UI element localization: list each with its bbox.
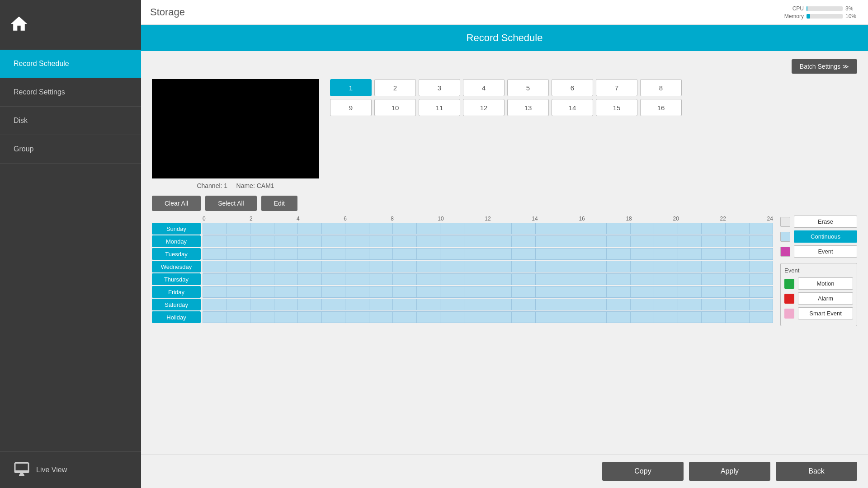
channel-btn-8[interactable]: 8 [640, 79, 682, 96]
main-content: Storage CPU 3% Memory 10% Record Schedul… [141, 0, 868, 488]
alarm-color [784, 294, 794, 304]
memory-bar-bg [807, 14, 843, 19]
memory-percent: 10% [845, 13, 859, 19]
bottom-bar: Copy Apply Back [141, 454, 868, 488]
row-thursday: Thursday [152, 273, 773, 285]
schedule-section: Clear All Select All Edit 0 2 4 6 8 10 1… [152, 196, 857, 326]
row-saturday: Saturday [152, 299, 773, 310]
motion-button[interactable]: Motion [798, 277, 853, 290]
channel-btn-3[interactable]: 3 [419, 79, 460, 96]
time-axis: 0 2 4 6 8 10 12 14 16 18 20 22 24 [203, 216, 773, 222]
page-title: Storage [150, 6, 185, 18]
schedule-area: 0 2 4 6 8 10 12 14 16 18 20 22 24 [152, 216, 857, 326]
motion-color [784, 279, 794, 289]
sidebar-item-record-schedule[interactable]: Record Schedule [0, 50, 141, 78]
channel-btn-2[interactable]: 2 [374, 79, 416, 96]
camera-info: Channel: 1 Name: CAM1 [197, 182, 274, 189]
page-header: Record Schedule [141, 25, 868, 51]
channel-btn-15[interactable]: 15 [596, 99, 637, 116]
grid-rows: Sunday Monday Tuesday [152, 223, 773, 323]
copy-button[interactable]: Copy [602, 462, 684, 481]
cpu-label: CPU [779, 5, 804, 12]
channel-row-2: 9 10 11 12 13 14 15 16 [330, 99, 857, 116]
sidebar-header [0, 0, 141, 50]
batch-settings-row: Batch Settings ≫ [152, 59, 857, 74]
monitor-icon [14, 461, 30, 479]
edit-button[interactable]: Edit [261, 196, 297, 211]
system-stats: CPU 3% Memory 10% [779, 5, 859, 19]
cpu-bar-fill [807, 6, 807, 11]
batch-settings-button[interactable]: Batch Settings ≫ [792, 59, 857, 74]
row-friday: Friday [152, 286, 773, 298]
clear-all-button[interactable]: Clear All [152, 196, 201, 211]
top-section: Channel: 1 Name: CAM1 1 2 3 4 5 6 7 8 [152, 79, 857, 189]
camera-preview: Channel: 1 Name: CAM1 [152, 79, 319, 189]
row-tuesday: Tuesday [152, 248, 773, 260]
channel-btn-1[interactable]: 1 [330, 79, 372, 96]
content-area: Batch Settings ≫ Channel: 1 Name: CAM1 1… [141, 51, 868, 454]
cpu-stat: CPU 3% [779, 5, 859, 12]
channel-btn-13[interactable]: 13 [507, 99, 549, 116]
channel-btn-10[interactable]: 10 [374, 99, 416, 116]
alarm-button[interactable]: Alarm [798, 292, 853, 305]
row-holiday: Holiday [152, 311, 773, 323]
apply-button[interactable]: Apply [689, 462, 770, 481]
event-color [780, 247, 790, 257]
channel-btn-5[interactable]: 5 [507, 79, 549, 96]
row-sunday: Sunday [152, 223, 773, 235]
memory-label: Memory [779, 13, 804, 19]
legend-smart-event: Smart Event [784, 307, 853, 319]
channel-row-1: 1 2 3 4 5 6 7 8 [330, 79, 857, 96]
erase-button[interactable]: Erase [794, 216, 857, 228]
continuous-color [780, 232, 790, 242]
event-box: Event Motion Alarm Smart Event [780, 263, 857, 326]
channel-btn-4[interactable]: 4 [463, 79, 505, 96]
legend-continuous: Continuous [780, 230, 857, 243]
sidebar-item-group[interactable]: Group [0, 135, 141, 164]
channel-btn-12[interactable]: 12 [463, 99, 505, 116]
sidebar-item-record-settings[interactable]: Record Settings [0, 78, 141, 107]
channel-btn-6[interactable]: 6 [552, 79, 593, 96]
event-button[interactable]: Event [794, 245, 857, 258]
channel-grid: 1 2 3 4 5 6 7 8 9 10 11 12 13 14 15 [330, 79, 857, 189]
select-all-button[interactable]: Select All [205, 196, 257, 211]
topbar: Storage CPU 3% Memory 10% [141, 0, 868, 25]
sidebar-footer[interactable]: Live View [0, 451, 141, 488]
channel-btn-7[interactable]: 7 [596, 79, 637, 96]
smart-event-button[interactable]: Smart Event [798, 307, 853, 319]
schedule-grid-container: 0 2 4 6 8 10 12 14 16 18 20 22 24 [152, 216, 773, 326]
sidebar: Record Schedule Record Settings Disk Gro… [0, 0, 141, 488]
live-view-label: Live View [36, 466, 67, 474]
memory-bar-fill [807, 14, 810, 19]
cpu-percent: 3% [845, 5, 859, 12]
legend-erase: Erase [780, 216, 857, 228]
channel-btn-16[interactable]: 16 [640, 99, 682, 116]
camera-feed [152, 79, 319, 178]
legend-alarm: Alarm [784, 292, 853, 305]
event-box-title: Event [784, 267, 853, 274]
row-wednesday: Wednesday [152, 261, 773, 272]
legend-motion: Motion [784, 277, 853, 290]
legend: Erase Continuous Event Event [780, 216, 857, 326]
row-monday: Monday [152, 235, 773, 247]
legend-event: Event [780, 245, 857, 258]
smart-event-color [784, 309, 794, 319]
channel-btn-9[interactable]: 9 [330, 99, 372, 116]
continuous-button[interactable]: Continuous [794, 230, 857, 243]
schedule-controls: Clear All Select All Edit [152, 196, 857, 211]
cpu-bar-bg [807, 6, 843, 11]
channel-btn-14[interactable]: 14 [552, 99, 593, 116]
erase-color [780, 217, 790, 227]
sidebar-item-disk[interactable]: Disk [0, 107, 141, 135]
home-icon[interactable] [9, 14, 29, 36]
back-button[interactable]: Back [776, 462, 857, 481]
memory-stat: Memory 10% [779, 13, 859, 19]
channel-btn-11[interactable]: 11 [419, 99, 460, 116]
